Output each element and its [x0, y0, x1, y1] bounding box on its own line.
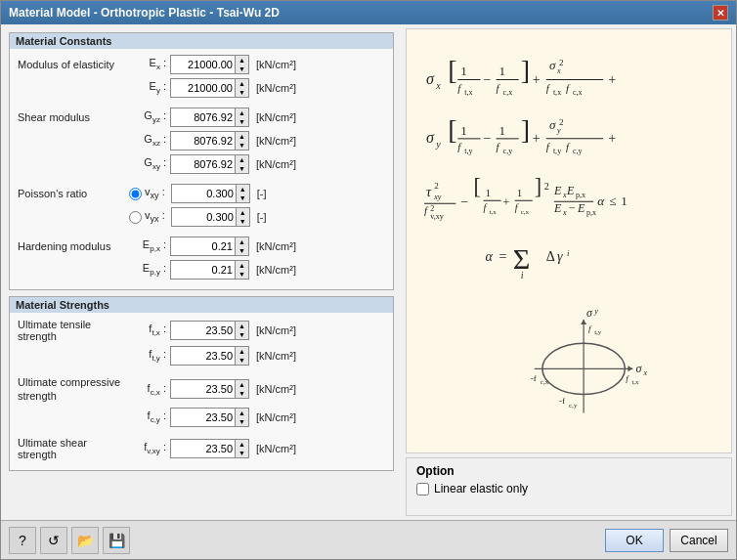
reset-button[interactable]: ↺: [40, 527, 67, 554]
gxy-unit: [kN/cm²]: [256, 158, 296, 170]
vyx-spin-down[interactable]: ▼: [237, 217, 249, 226]
open-button[interactable]: 📂: [71, 527, 99, 554]
ftx-sublabel: ft,x :: [129, 323, 166, 337]
ey-spin-down[interactable]: ▼: [236, 88, 248, 97]
svg-text:t,x: t,x: [553, 88, 561, 97]
svg-text:−: −: [483, 130, 491, 146]
svg-text:t,y: t,y: [553, 147, 561, 155]
help-button[interactable]: ?: [9, 527, 36, 554]
svg-text:E: E: [577, 201, 585, 215]
ex-spinners: ▲ ▼: [235, 56, 248, 73]
svg-text:=: =: [499, 248, 507, 264]
ftx-input[interactable]: [171, 322, 235, 339]
ey-input-wrapper: ▲ ▼: [170, 78, 249, 98]
vyx-spin-up[interactable]: ▲: [237, 208, 249, 217]
ey-spin-up[interactable]: ▲: [236, 79, 248, 88]
footer-bar: ? ↺ 📂 💾 OK Cancel: [1, 520, 736, 559]
ex-spin-down[interactable]: ▼: [236, 65, 248, 73]
epy-spin-down[interactable]: ▼: [236, 270, 248, 279]
svg-text:x: x: [556, 66, 561, 75]
gxz-input[interactable]: [171, 132, 235, 150]
gxy-input[interactable]: [171, 155, 235, 173]
ftx-spin-up[interactable]: ▲: [236, 322, 248, 330]
ey-row: Ey : ▲ ▼ [kN/cm²]: [18, 78, 385, 98]
epy-input[interactable]: [171, 261, 235, 279]
gxz-row: Gxz : ▲ ▼ [kN/cm²]: [18, 131, 385, 151]
fcx-spin-up[interactable]: ▲: [236, 380, 248, 389]
svg-text:i: i: [521, 270, 524, 280]
svg-text:1: 1: [460, 123, 467, 138]
vyx-input-wrapper: ▲ ▼: [171, 207, 250, 227]
fty-spin-down[interactable]: ▼: [236, 356, 248, 365]
gyz-spin-down[interactable]: ▼: [236, 117, 248, 126]
poisson-label: Poisson's ratio: [18, 188, 125, 199]
vyx-row: vyx : ▲ ▼ [-]: [18, 207, 385, 227]
vxy-radio-label: vxy :: [145, 186, 165, 200]
save-button[interactable]: 💾: [103, 527, 130, 554]
vxy-unit: [-]: [257, 188, 267, 199]
gyz-input[interactable]: [171, 108, 235, 126]
epx-spin-up[interactable]: ▲: [236, 237, 248, 246]
fty-spin-up[interactable]: ▲: [236, 347, 248, 356]
fcy-input[interactable]: [171, 409, 235, 426]
svg-text:1: 1: [499, 64, 506, 78]
svg-text:1: 1: [460, 64, 467, 78]
shear-label: Shear modulus: [18, 111, 125, 123]
svg-text:c,x: c,x: [541, 378, 549, 386]
svg-text:E: E: [553, 201, 562, 215]
ey-input[interactable]: [171, 79, 235, 97]
svg-text:E: E: [553, 184, 562, 197]
svg-text:1: 1: [499, 123, 506, 138]
gyz-input-wrapper: ▲ ▼: [170, 108, 249, 127]
cancel-button[interactable]: Cancel: [670, 529, 728, 552]
ex-spin-up[interactable]: ▲: [236, 56, 248, 65]
footer-buttons: OK Cancel: [605, 529, 728, 552]
fty-sublabel: ft,y :: [129, 348, 166, 363]
gyz-spin-up[interactable]: ▲: [236, 108, 248, 117]
fcx-spin-down[interactable]: ▼: [236, 389, 248, 398]
svg-text:v,xy: v,xy: [430, 212, 444, 221]
gxz-spin-down[interactable]: ▼: [236, 141, 248, 150]
fcx-input[interactable]: [171, 380, 235, 398]
epx-input[interactable]: [171, 237, 235, 255]
fcy-input-wrapper: ▲ ▼: [170, 408, 249, 427]
vxy-spin-down[interactable]: ▼: [237, 194, 249, 202]
gyz-row: Shear modulus Gyz : ▲ ▼ [kN/cm²]: [18, 108, 385, 127]
fty-input[interactable]: [171, 347, 235, 365]
vyx-spinners: ▲ ▼: [236, 208, 249, 226]
ex-input[interactable]: [171, 56, 235, 73]
main-dialog: Material Model - Orthotropic Plastic - T…: [0, 0, 737, 560]
linear-elastic-checkbox[interactable]: [416, 483, 429, 495]
vxy-radio[interactable]: [129, 188, 142, 200]
svg-text:σ: σ: [426, 129, 435, 146]
ex-row: Modulus of elasticity Ex : ▲ ▼ [kN/cm²]: [18, 55, 385, 74]
vyx-input[interactable]: [172, 208, 236, 226]
svg-text:c,y: c,y: [503, 147, 513, 155]
tensile-label: Ultimate tensile strength: [18, 319, 125, 342]
vxy-input[interactable]: [172, 185, 236, 202]
epx-spin-down[interactable]: ▼: [236, 246, 248, 255]
svg-text:1: 1: [621, 194, 628, 208]
svg-text:1: 1: [517, 187, 523, 198]
ok-button[interactable]: OK: [605, 529, 664, 552]
fvxy-spin-up[interactable]: ▲: [236, 440, 248, 449]
ey-unit: [kN/cm²]: [256, 82, 296, 94]
ftx-spin-down[interactable]: ▼: [236, 330, 248, 339]
epx-spinners: ▲ ▼: [235, 237, 248, 255]
epy-spin-up[interactable]: ▲: [236, 261, 248, 270]
fcy-spin-down[interactable]: ▼: [236, 417, 248, 426]
ftx-spinners: ▲ ▼: [235, 322, 248, 339]
svg-text:[: [: [448, 56, 456, 86]
gxz-spin-up[interactable]: ▲: [236, 132, 248, 141]
fvxy-input[interactable]: [171, 440, 235, 457]
gxz-input-wrapper: ▲ ▼: [170, 131, 249, 151]
svg-text:≤: ≤: [609, 194, 616, 208]
vyx-radio[interactable]: [129, 211, 142, 224]
fcy-spin-up[interactable]: ▲: [236, 409, 248, 417]
fvxy-spin-down[interactable]: ▼: [236, 449, 248, 457]
vxy-spin-up[interactable]: ▲: [237, 185, 249, 194]
fvxy-unit: [kN/cm²]: [256, 443, 296, 454]
gxy-spin-down[interactable]: ▼: [236, 164, 248, 173]
gxy-spin-up[interactable]: ▲: [236, 155, 248, 164]
close-button[interactable]: ✕: [713, 5, 728, 21]
